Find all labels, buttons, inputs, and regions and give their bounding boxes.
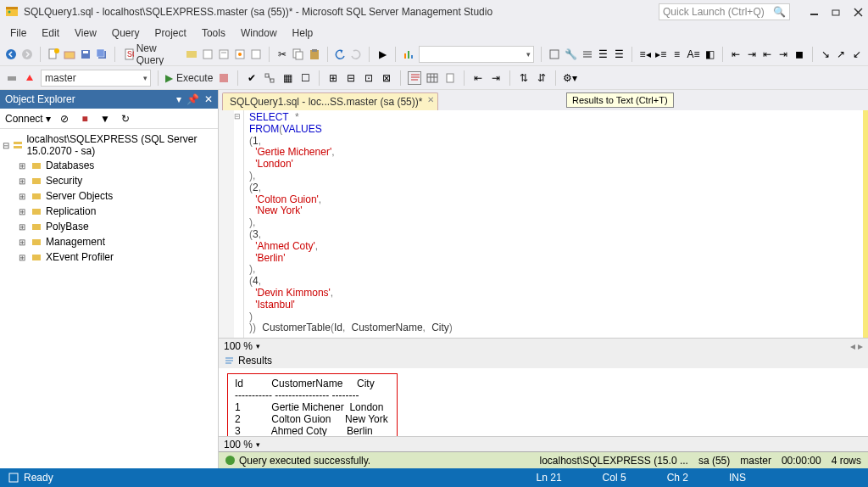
menu-project[interactable]: Project (148, 25, 193, 41)
results-tab[interactable]: Results (219, 353, 868, 368)
tr1-icon[interactable]: ↘ (820, 48, 832, 61)
tree-databases[interactable]: ⊞Databases (17, 158, 216, 173)
minimize-button[interactable] (809, 7, 819, 17)
paste-icon[interactable] (309, 48, 320, 61)
menu-tools[interactable]: Tools (195, 25, 232, 41)
ext5-icon[interactable]: ☰ (614, 48, 626, 61)
server-node[interactable]: ⊟localhost\SQLEXPRESS (SQL Server 15.0.2… (2, 132, 216, 158)
q1-icon[interactable]: ⊞ (326, 71, 340, 85)
indent-icon[interactable]: ⇤ (471, 71, 485, 85)
ext4-icon[interactable]: ☰ (598, 48, 609, 61)
bm1-icon[interactable]: ⇤ (730, 48, 742, 61)
bm2-icon[interactable]: ⇥ (746, 48, 758, 61)
disconnect-icon[interactable]: ⊘ (58, 112, 71, 126)
editor-zoom[interactable]: 100 %▾◂ ▸ (219, 338, 868, 353)
sort2-icon[interactable]: ⇵ (535, 71, 548, 85)
stop-icon[interactable] (217, 71, 231, 85)
tree-polybase[interactable]: ⊞PolyBase (17, 219, 216, 234)
undo-icon[interactable] (334, 48, 346, 61)
script-icon-b[interactable] (218, 48, 230, 61)
panel-pin-icon[interactable]: 📌 (186, 93, 199, 105)
database-combo[interactable]: master (41, 70, 151, 87)
menu-view[interactable]: View (68, 25, 103, 41)
redo-icon[interactable] (350, 48, 362, 61)
execute-button[interactable]: ▶Execute (165, 72, 213, 84)
forward-icon[interactable] (21, 48, 33, 61)
menu-file[interactable]: File (3, 25, 33, 41)
new-query-button[interactable]: sqlNew Query (122, 42, 181, 66)
filter-icon[interactable]: ▼ (98, 112, 112, 126)
ext3-icon[interactable] (581, 48, 593, 61)
live-icon[interactable]: ☐ (298, 71, 312, 85)
menu-help[interactable]: Help (286, 25, 320, 41)
opts-icon[interactable]: ⚙▾ (563, 71, 576, 85)
menu-window[interactable]: Window (234, 25, 284, 41)
quick-launch-input[interactable]: Quick Launch (Ctrl+Q)🔍 (659, 3, 790, 20)
tr2-icon[interactable]: ↗ (835, 48, 847, 61)
sort1-icon[interactable]: ⇅ (517, 71, 531, 85)
panel-close-icon[interactable]: ✕ (204, 93, 213, 105)
editor-outline[interactable] (234, 110, 244, 338)
change-conn-icon[interactable] (23, 71, 36, 85)
bm5-icon[interactable]: ◼ (793, 48, 805, 61)
sql-editor[interactable]: SELECT * FROM(VALUES (1, 'Gertie Michene… (244, 110, 868, 338)
indent-right-icon[interactable]: ▸≡ (655, 48, 667, 61)
saveall-icon[interactable] (96, 48, 108, 61)
tab-close-icon[interactable]: ✕ (427, 95, 434, 104)
script-icon-a[interactable] (202, 48, 214, 61)
tree-management[interactable]: ⊞Management (17, 234, 216, 249)
object-explorer-panel: Object Explorer ▾📌✕ Connect ▾ ⊘ ■ ▼ ↻ ⊟l… (0, 90, 219, 468)
bookmark-icon[interactable]: ◧ (704, 48, 715, 61)
back-icon[interactable] (5, 48, 17, 61)
tree-server-objects[interactable]: ⊞Server Objects (17, 188, 216, 204)
script-icon-d[interactable] (250, 48, 262, 61)
q4-icon[interactable]: ⊠ (380, 71, 393, 85)
save-icon[interactable] (80, 48, 92, 61)
results-file-icon[interactable] (443, 71, 457, 85)
results-text-icon[interactable] (408, 71, 421, 85)
conn-icon[interactable] (5, 71, 19, 85)
object-explorer-tree[interactable]: ⊟localhost\SQLEXPRESS (SQL Server 15.0.2… (0, 129, 218, 468)
tree-replication[interactable]: ⊞Replication (17, 204, 216, 219)
outdent-icon[interactable]: ⇥ (489, 71, 503, 85)
script-icon-c[interactable] (234, 48, 246, 61)
results-grid-icon[interactable] (426, 71, 439, 85)
tree-security[interactable]: ⊞Security (17, 173, 216, 188)
panel-dropdown-icon[interactable]: ▾ (176, 93, 181, 105)
indent-left-icon[interactable]: ≡◂ (639, 48, 651, 61)
tree-xevent[interactable]: ⊞XEvent Profiler (17, 249, 216, 265)
ext2-icon[interactable]: 🔧 (565, 48, 577, 61)
comment-icon[interactable]: ≡ (671, 48, 683, 61)
stop-icon[interactable]: ■ (78, 112, 92, 126)
plan-icon[interactable] (263, 71, 276, 85)
copy-icon[interactable] (292, 48, 304, 61)
svg-rect-51 (32, 163, 41, 169)
query-tab[interactable]: SQLQuery1.sql - loc...SS.master (sa (55)… (222, 92, 438, 110)
new-icon[interactable] (47, 48, 59, 61)
profile-icon[interactable] (403, 48, 415, 61)
parse-icon[interactable]: ✔ (245, 71, 259, 85)
close-button[interactable] (853, 7, 863, 17)
open-icon[interactable] (64, 48, 75, 61)
uncomment-icon[interactable]: A≡ (687, 48, 699, 61)
bm4-icon[interactable]: ⇥ (777, 48, 789, 61)
ext1-icon[interactable] (548, 48, 560, 61)
svg-rect-37 (220, 74, 228, 82)
menu-query[interactable]: Query (105, 25, 147, 41)
results-zoom[interactable]: 100 %▾ (219, 436, 868, 451)
svg-rect-20 (220, 50, 228, 59)
refresh-icon[interactable]: ↻ (119, 112, 132, 126)
stats-icon[interactable]: ▦ (281, 71, 294, 85)
tr3-icon[interactable]: ↙ (851, 48, 863, 61)
connect-button[interactable]: Connect ▾ (5, 113, 51, 125)
restore-button[interactable] (831, 7, 841, 17)
q2-icon[interactable]: ⊟ (344, 71, 358, 85)
bm3-icon[interactable]: ⇤ (762, 48, 774, 61)
solution-combo[interactable] (419, 46, 534, 63)
xe-icon[interactable] (186, 48, 198, 61)
find-icon[interactable]: ▶ (376, 48, 388, 61)
results-pane[interactable]: Id CustomerName City ----------- -------… (219, 368, 868, 436)
menu-edit[interactable]: Edit (35, 25, 66, 41)
q3-icon[interactable]: ⊡ (362, 71, 376, 85)
cut-icon[interactable]: ✂ (276, 48, 288, 61)
